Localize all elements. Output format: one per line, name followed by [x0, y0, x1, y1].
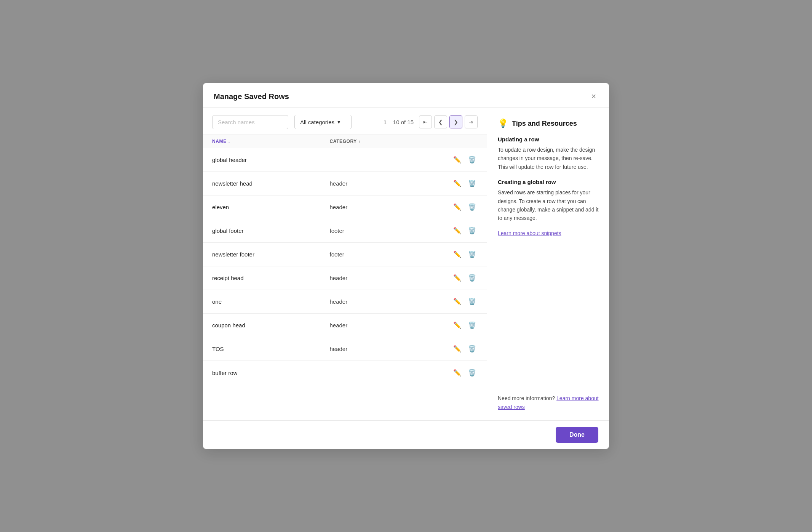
row-name: global header: [212, 157, 330, 163]
modal-title: Manage Saved Rows: [214, 92, 289, 101]
delete-button[interactable]: 🗑️: [467, 320, 478, 331]
row-category: header: [330, 204, 448, 210]
left-panel: All categories ▾ 1 – 10 of 15 ⇤ ❮ ❯ ⇥: [203, 108, 487, 420]
modal-body: All categories ▾ 1 – 10 of 15 ⇤ ❮ ❯ ⇥: [203, 108, 609, 420]
row-category: header: [330, 298, 448, 305]
row-name: global footer: [212, 228, 330, 234]
table-row: coupon head header ✏️ 🗑️: [203, 314, 487, 337]
delete-button[interactable]: 🗑️: [467, 154, 478, 165]
edit-button[interactable]: ✏️: [452, 367, 463, 378]
toolbar: All categories ▾ 1 – 10 of 15 ⇤ ❮ ❯ ⇥: [203, 108, 487, 135]
row-actions: ✏️ 🗑️: [447, 320, 478, 331]
col-header-name[interactable]: NAME ↓: [212, 139, 330, 144]
row-category: header: [330, 322, 448, 328]
edit-button[interactable]: ✏️: [452, 320, 463, 331]
tips-title: Tips and Resources: [512, 120, 577, 128]
row-actions: ✏️ 🗑️: [447, 178, 478, 189]
delete-button[interactable]: 🗑️: [467, 367, 478, 378]
delete-button[interactable]: 🗑️: [467, 343, 478, 354]
table-row: one header ✏️ 🗑️: [203, 290, 487, 314]
table-row: receipt head header ✏️ 🗑️: [203, 266, 487, 290]
row-category: footer: [330, 228, 448, 234]
row-name: one: [212, 298, 330, 305]
done-button[interactable]: Done: [556, 427, 598, 443]
pagination-info: 1 – 10 of 15: [384, 119, 414, 125]
row-name: eleven: [212, 204, 330, 210]
row-name: receipt head: [212, 275, 330, 281]
tips-section1-text: To update a row design, make the design …: [498, 146, 600, 171]
modal-footer: Done: [203, 420, 609, 449]
edit-button[interactable]: ✏️: [452, 178, 463, 189]
tips-section2-title: Creating a global row: [498, 179, 600, 185]
row-name: TOS: [212, 346, 330, 352]
table-row: global footer footer ✏️ 🗑️: [203, 219, 487, 243]
row-category: header: [330, 275, 448, 281]
next-page-button[interactable]: ❯: [449, 115, 462, 128]
delete-button[interactable]: 🗑️: [467, 272, 478, 284]
row-actions: ✏️ 🗑️: [447, 296, 478, 307]
col-header-category[interactable]: CATEGORY ↑: [330, 139, 448, 144]
row-actions: ✏️ 🗑️: [447, 367, 478, 378]
sort-category-icon: ↑: [358, 139, 361, 144]
edit-button[interactable]: ✏️: [452, 154, 463, 165]
learn-more-snippets-link[interactable]: Learn more about snippets: [498, 230, 600, 236]
row-name: buffer row: [212, 370, 330, 376]
row-actions: ✏️ 🗑️: [447, 154, 478, 165]
edit-button[interactable]: ✏️: [452, 343, 463, 354]
row-actions: ✏️ 🗑️: [447, 272, 478, 284]
tips-section1-title: Updating a row: [498, 136, 600, 143]
table-row: eleven header ✏️ 🗑️: [203, 195, 487, 219]
more-info: Need more information? Learn more about …: [498, 394, 600, 411]
row-category: header: [330, 346, 448, 352]
prev-page-button[interactable]: ❮: [434, 115, 447, 128]
row-name: coupon head: [212, 322, 330, 328]
last-page-button[interactable]: ⇥: [465, 115, 478, 128]
row-actions: ✏️ 🗑️: [447, 225, 478, 236]
edit-button[interactable]: ✏️: [452, 249, 463, 260]
first-page-button[interactable]: ⇤: [419, 115, 432, 128]
delete-button[interactable]: 🗑️: [467, 178, 478, 189]
table-row: newsletter head header ✏️ 🗑️: [203, 172, 487, 195]
close-button[interactable]: ×: [589, 91, 598, 101]
edit-button[interactable]: ✏️: [452, 272, 463, 284]
sort-name-icon: ↓: [228, 139, 230, 144]
edit-button[interactable]: ✏️: [452, 296, 463, 307]
tips-header: 💡 Tips and Resources: [498, 119, 600, 128]
chevron-down-icon: ▾: [337, 119, 340, 125]
row-category: header: [330, 180, 448, 187]
row-actions: ✏️ 🗑️: [447, 202, 478, 213]
table-row: buffer row ✏️ 🗑️: [203, 361, 487, 385]
bottom-section: Need more information? Learn more about …: [498, 388, 600, 411]
modal-header: Manage Saved Rows ×: [203, 83, 609, 108]
table-row: global header ✏️ 🗑️: [203, 148, 487, 172]
row-name: newsletter head: [212, 180, 330, 187]
delete-button[interactable]: 🗑️: [467, 296, 478, 307]
edit-button[interactable]: ✏️: [452, 225, 463, 236]
table-row: TOS header ✏️ 🗑️: [203, 337, 487, 361]
pagination: 1 – 10 of 15 ⇤ ❮ ❯ ⇥: [384, 115, 478, 128]
delete-button[interactable]: 🗑️: [467, 202, 478, 213]
category-dropdown[interactable]: All categories ▾: [294, 115, 352, 129]
row-category: footer: [330, 251, 448, 258]
row-actions: ✏️ 🗑️: [447, 343, 478, 354]
table-header: NAME ↓ CATEGORY ↑: [203, 135, 487, 148]
category-label: All categories: [300, 119, 334, 125]
right-panel: 💡 Tips and Resources Updating a row To u…: [487, 108, 609, 420]
edit-button[interactable]: ✏️: [452, 202, 463, 213]
table-body: global header ✏️ 🗑️ newsletter head head…: [203, 148, 487, 420]
modal-overlay[interactable]: Manage Saved Rows × All categories ▾ 1 –…: [0, 0, 812, 532]
search-input[interactable]: [212, 115, 288, 129]
row-name: newsletter footer: [212, 251, 330, 258]
tips-section2-text: Saved rows are starting places for your …: [498, 188, 600, 223]
bulb-icon: 💡: [498, 119, 508, 128]
table-row: newsletter footer footer ✏️ 🗑️: [203, 243, 487, 266]
manage-saved-rows-modal: Manage Saved Rows × All categories ▾ 1 –…: [203, 83, 609, 449]
delete-button[interactable]: 🗑️: [467, 225, 478, 236]
delete-button[interactable]: 🗑️: [467, 249, 478, 260]
row-actions: ✏️ 🗑️: [447, 249, 478, 260]
